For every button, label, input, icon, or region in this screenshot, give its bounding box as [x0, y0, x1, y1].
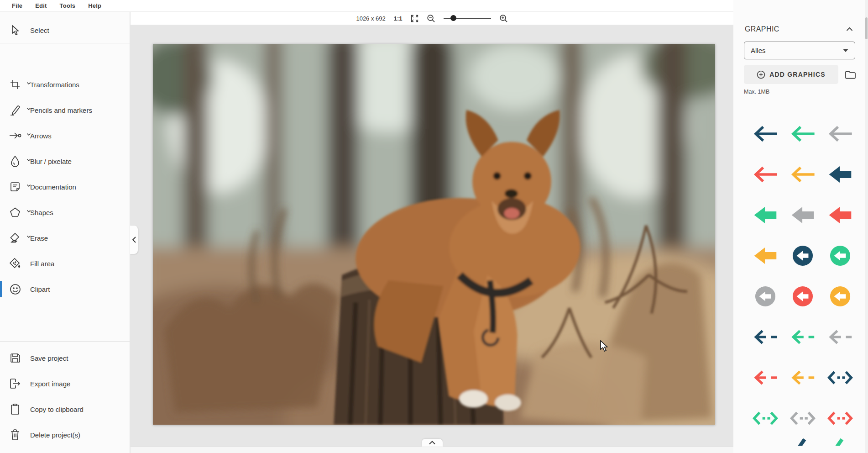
chevron-down-icon [26, 104, 31, 112]
sidebar-item-label: Fill area [30, 260, 54, 268]
zoom-in-icon[interactable] [499, 14, 508, 23]
arrow-circle-icon [8, 129, 22, 142]
add-graphics-button[interactable]: ADD GRAPHICS [744, 65, 838, 84]
pentagon-icon [8, 205, 22, 219]
fill-icon [8, 257, 22, 270]
crop-icon [8, 78, 22, 91]
arrow-line-left-navy[interactable] [747, 113, 784, 154]
arrow-double-dash-gray[interactable] [784, 398, 821, 438]
arrow-line-left-red[interactable] [747, 154, 784, 195]
chevron-down-icon [26, 181, 31, 189]
sidebar-bottom-gap [0, 448, 130, 453]
arrow-block-left-orange[interactable] [747, 235, 784, 276]
menu-edit[interactable]: Edit [29, 2, 53, 9]
save-icon [8, 351, 22, 365]
sidebar-item-save-project[interactable]: Save project [0, 345, 130, 371]
bottom-panel-expand-handle[interactable] [422, 439, 443, 447]
sidebar-item-label: Delete project(s) [30, 431, 80, 439]
sidebar-item-transformations[interactable]: Transformations [0, 72, 130, 97]
arrow-line-left-gray[interactable] [821, 113, 859, 154]
sidebar-item-shapes[interactable]: Shapes [0, 200, 130, 225]
arrow-block-left-red[interactable] [821, 195, 859, 235]
chevron-up-icon[interactable] [846, 27, 853, 32]
sidebar-item-label: Clipart [30, 285, 50, 293]
arrow-circle-left-gray[interactable] [747, 276, 784, 316]
arrow-line-left-orange[interactable] [784, 154, 821, 195]
graphics-grid [747, 113, 859, 453]
graphic-panel-title: GRAPHIC [745, 25, 779, 33]
zoom-slider-thumb[interactable] [450, 15, 456, 21]
sidebar-item-label: Documentation [30, 183, 76, 191]
sidebar-item-export-image[interactable]: Export image [0, 371, 130, 396]
sidebar-tools-group: TransformationsPencils and markersArrows… [0, 72, 130, 302]
canvas-toolbar: 1026 x 692 1:1 [131, 12, 733, 25]
chevron-down-icon [26, 206, 31, 215]
export-icon [8, 377, 22, 390]
graphic-filter-select[interactable]: Alles [744, 42, 855, 59]
sidebar-actions-gap [0, 342, 130, 345]
arrow-block-left-gray[interactable] [784, 195, 821, 235]
graphic-panel: GRAPHIC Alles ADD GRAPHICS Max. 1MB [733, 0, 865, 453]
sidebar-item-copy-to-clipboard[interactable]: Copy to clipboard [0, 396, 130, 422]
smiley-icon [8, 282, 22, 296]
arrow-dash-left-green[interactable] [784, 316, 821, 357]
panel-scrollbar[interactable] [865, 0, 868, 453]
menu-tools[interactable]: Tools [53, 2, 82, 9]
arrow-block-left-green[interactable] [747, 195, 784, 235]
arrow-partial-navy[interactable] [784, 438, 821, 453]
sidebar-item-erase[interactable]: Erase [0, 225, 130, 251]
arrow-partial-green[interactable] [821, 438, 859, 453]
arrow-dash-left-orange[interactable] [784, 357, 821, 398]
arrow-block-left-navy[interactable] [821, 154, 859, 195]
menu-file[interactable]: File [5, 2, 29, 9]
sidebar-item-label: Copy to clipboard [30, 406, 84, 413]
arrow-circle-left-green[interactable] [821, 235, 859, 276]
sidebar-item-documentation[interactable]: Documentation [0, 174, 130, 200]
sidebar-item-label: Save project [30, 354, 68, 362]
sidebar-spacer [0, 302, 130, 341]
chevron-down-icon [26, 130, 31, 138]
canvas-area: 1026 x 692 1:1 [131, 12, 733, 453]
arrow-circle-left-orange[interactable] [821, 276, 859, 316]
arrow-circle-left-navy[interactable] [784, 235, 821, 276]
open-folder-icon[interactable] [845, 70, 856, 79]
arrow-double-dash-navy[interactable] [821, 357, 859, 398]
sidebar-item-arrows[interactable]: Arrows [0, 123, 130, 148]
zoom-slider[interactable] [444, 15, 491, 21]
tool-sidebar: Select TransformationsPencils and marker… [0, 12, 130, 453]
eraser-icon [8, 231, 22, 245]
sidebar-item-label: Export image [30, 380, 70, 388]
sidebar-item-clipart[interactable]: Clipart [0, 276, 130, 302]
zoom-ratio-label[interactable]: 1:1 [394, 15, 403, 22]
image-editor-app: FileEditToolsHelp Select Transformations… [0, 0, 868, 453]
add-graphics-label: ADD GRAPHICS [769, 71, 826, 78]
fit-fullscreen-icon[interactable] [411, 15, 418, 22]
panel-scrollbar-thumb[interactable] [865, 17, 868, 39]
canvas-photo-dog-on-stump[interactable] [153, 44, 715, 425]
arrow-dash-left-navy[interactable] [747, 316, 784, 357]
sidebar-item-blur-pixelate[interactable]: Blur / pixelate [0, 148, 130, 174]
sidebar-top-gap [0, 12, 130, 17]
sidebar-item-select[interactable]: Select [0, 17, 130, 43]
sidebar-item-fill-area[interactable]: Fill area [0, 251, 130, 276]
sidebar-collapse-handle[interactable] [130, 226, 138, 254]
canvas-dimensions-label: 1026 x 692 [356, 15, 385, 22]
chevron-down-icon [843, 49, 848, 52]
menu-help[interactable]: Help [82, 2, 108, 9]
sidebar-item-pencils-and-markers[interactable]: Pencils and markers [0, 97, 130, 123]
arrow-dash-left-red[interactable] [747, 357, 784, 398]
arrow-partial-spacer [747, 438, 784, 453]
arrow-double-dash-green[interactable] [747, 398, 784, 438]
chevron-down-icon [26, 155, 31, 163]
note-icon [8, 180, 22, 194]
arrow-circle-left-red[interactable] [784, 276, 821, 316]
arrow-line-left-green[interactable] [784, 113, 821, 154]
zoom-out-icon[interactable] [427, 14, 435, 23]
trash-icon [8, 428, 22, 442]
sidebar-item-delete-project-s[interactable]: Delete project(s) [0, 422, 130, 448]
sidebar-tools-gap [0, 43, 130, 72]
arrow-double-dash-red[interactable] [821, 398, 859, 438]
marker-icon [8, 103, 22, 117]
arrow-dash-left-gray[interactable] [821, 316, 859, 357]
chevron-down-icon [26, 232, 31, 240]
